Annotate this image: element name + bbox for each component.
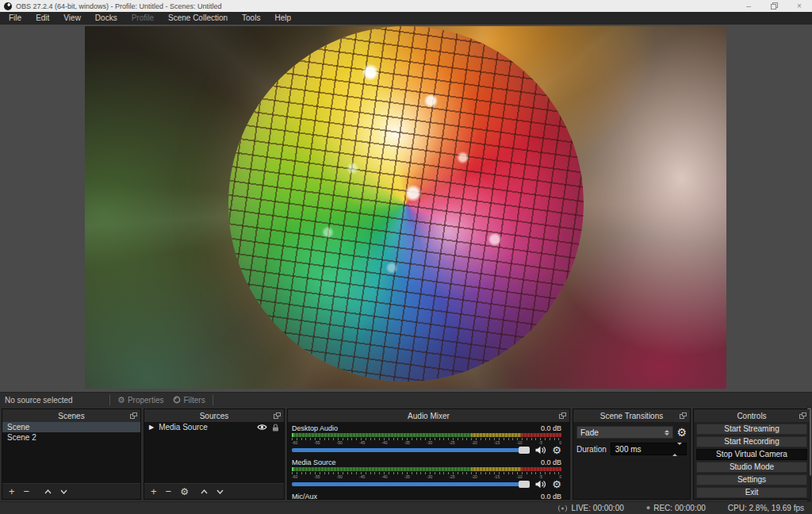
scenes-list: SceneScene 2 [2, 422, 140, 483]
disco-ball [228, 26, 584, 382]
channel-name: Mic/Aux [292, 493, 317, 499]
performance-stats: CPU: 2.8%, 19.69 fps [728, 504, 804, 512]
menu-edit[interactable]: Edit [29, 12, 56, 25]
move-scene-up-button[interactable] [44, 489, 52, 494]
title-bar: OBS 27.2.4 (64-bit, windows) - Profile: … [0, 0, 812, 12]
move-source-down-button[interactable] [216, 489, 224, 494]
maximize-button[interactable] [761, 0, 787, 12]
transitions-body: Fade ⚙ Duration 300 ms [573, 422, 690, 499]
controls-header[interactable]: Controls [694, 409, 810, 422]
obs-logo-icon [4, 2, 12, 10]
speaker-icon[interactable] [535, 446, 546, 455]
controls-panel: Controls Start StreamingStart RecordingS… [693, 409, 810, 500]
mixer-channel-desktop-audio: Desktop Audio0.0 dB-60-55-50-45-40-35-30… [292, 424, 561, 455]
scene-item-scene-2[interactable]: Scene 2 [2, 432, 140, 443]
add-scene-button[interactable]: + [9, 486, 15, 497]
properties-button[interactable]: ⚙ Properties [113, 396, 168, 405]
transition-properties-button[interactable]: ⚙ [676, 427, 687, 438]
media-play-icon: ▶ [149, 424, 154, 431]
filters-button[interactable]: Filters [168, 396, 209, 405]
scene-transitions-panel: Scene Transitions Fade ⚙ [573, 409, 691, 500]
source-item-media-source[interactable]: ▶Media Source [144, 422, 284, 432]
stop-virtual-camera-button[interactable]: Stop Virtual Camera [696, 449, 807, 460]
dock-options-icon[interactable] [799, 412, 806, 419]
volume-slider[interactable] [292, 482, 530, 486]
channel-name: Media Source [292, 458, 336, 466]
move-scene-down-button[interactable] [60, 489, 67, 494]
scenes-header[interactable]: Scenes [2, 409, 140, 422]
settings-button[interactable]: Settings [696, 474, 807, 485]
close-button[interactable]: × [787, 0, 812, 12]
dock-options-icon[interactable] [680, 412, 687, 419]
gear-icon: ⚙ [117, 396, 125, 405]
meter-scale: -60-55-50-45-40-35-30-25-20-15-10-50 [292, 438, 561, 445]
menu-tools[interactable]: Tools [235, 12, 267, 25]
scenes-panel: Scenes SceneScene 2 + − [2, 409, 141, 500]
source-status-text: No source selected [0, 396, 107, 405]
volume-meter [292, 467, 561, 471]
mixer-channel-media-source: Media Source0.0 dB-60-55-50-45-40-35-30-… [292, 458, 561, 489]
separator [213, 395, 213, 405]
speaker-icon[interactable] [535, 480, 546, 489]
studio-mode-button[interactable]: Studio Mode [696, 462, 807, 473]
duration-input[interactable]: 300 ms [611, 443, 687, 455]
scenes-toolbar: + − [2, 483, 140, 499]
source-action-bar: No source selected ⚙ Properties Filters [0, 392, 812, 407]
channel-level: 0.0 dB [541, 458, 561, 466]
scene-transitions-header[interactable]: Scene Transitions [573, 409, 690, 422]
window-title: OBS 27.2.4 (64-bit, windows) - Profile: … [16, 2, 222, 10]
remove-scene-button[interactable]: − [24, 486, 30, 497]
visibility-eye-icon[interactable] [257, 424, 267, 431]
lock-icon[interactable] [272, 424, 279, 432]
sources-toolbar: + − ⚙ [144, 483, 284, 499]
audio-mixer-panel: Audio Mixer Desktop Audio0.0 dB-60-55-50… [287, 409, 570, 500]
menu-scene-collection[interactable]: Scene Collection [161, 12, 235, 25]
duration-spinner[interactable] [672, 445, 682, 454]
menu-profile[interactable]: Profile [124, 12, 161, 25]
transition-select[interactable]: Fade [576, 426, 673, 439]
channel-gear-icon[interactable]: ⚙ [552, 445, 561, 455]
start-streaming-button[interactable]: Start Streaming [696, 424, 807, 435]
combo-spinner-icon [665, 430, 669, 435]
dock-options-icon[interactable] [130, 412, 137, 419]
menu-view[interactable]: View [56, 12, 88, 25]
scene-item-scene[interactable]: Scene [2, 422, 140, 432]
broadcast-icon [557, 504, 569, 512]
move-source-up-button[interactable] [201, 489, 208, 494]
menu-bar: FileEditViewDocksProfileScene Collection… [0, 12, 812, 25]
mixer-channel-mic-aux: Mic/Aux0.0 dB-60-55-50-45-40-35-30-25-20… [292, 493, 561, 499]
status-bar: LIVE: 00:00:00 ● REC: 00:00:00 CPU: 2.8%… [0, 501, 812, 514]
audio-mixer-header[interactable]: Audio Mixer [288, 409, 569, 422]
preview-video[interactable] [85, 26, 726, 389]
duration-label: Duration [576, 445, 607, 454]
filters-icon [173, 396, 181, 404]
window-controls: – × [736, 0, 812, 12]
docks-area: Scenes SceneScene 2 + − Sour [0, 407, 812, 501]
channel-gear-icon[interactable]: ⚙ [552, 479, 561, 489]
channel-level: 0.0 dB [541, 493, 561, 499]
record-dot-icon: ● [646, 504, 650, 512]
sources-header[interactable]: Sources [144, 409, 284, 422]
source-properties-button[interactable]: ⚙ [180, 487, 189, 497]
controls-buttons: Start StreamingStart RecordingStop Virtu… [694, 422, 810, 499]
exit-button[interactable]: Exit [696, 487, 807, 498]
channel-level: 0.0 dB [541, 424, 561, 432]
live-status: LIVE: 00:00:00 [557, 504, 624, 512]
add-source-button[interactable]: + [151, 486, 157, 497]
source-name: Media Source [159, 423, 208, 432]
dock-options-icon[interactable] [274, 412, 281, 419]
menu-docks[interactable]: Docks [88, 12, 124, 25]
slider-handle[interactable] [519, 481, 530, 488]
sources-list: ▶Media Source [144, 422, 284, 483]
restore-icon [771, 2, 778, 10]
minimize-button[interactable]: – [736, 0, 761, 12]
remove-source-button[interactable]: − [166, 486, 172, 497]
sources-panel: Sources ▶Media Source + − ⚙ [144, 409, 285, 500]
slider-handle[interactable] [519, 447, 530, 454]
start-recording-button[interactable]: Start Recording [696, 436, 807, 447]
dock-options-icon[interactable] [559, 412, 566, 419]
volume-slider[interactable] [292, 448, 530, 452]
preview-area[interactable] [0, 25, 812, 392]
menu-file[interactable]: File [2, 12, 29, 25]
menu-help[interactable]: Help [267, 12, 298, 25]
